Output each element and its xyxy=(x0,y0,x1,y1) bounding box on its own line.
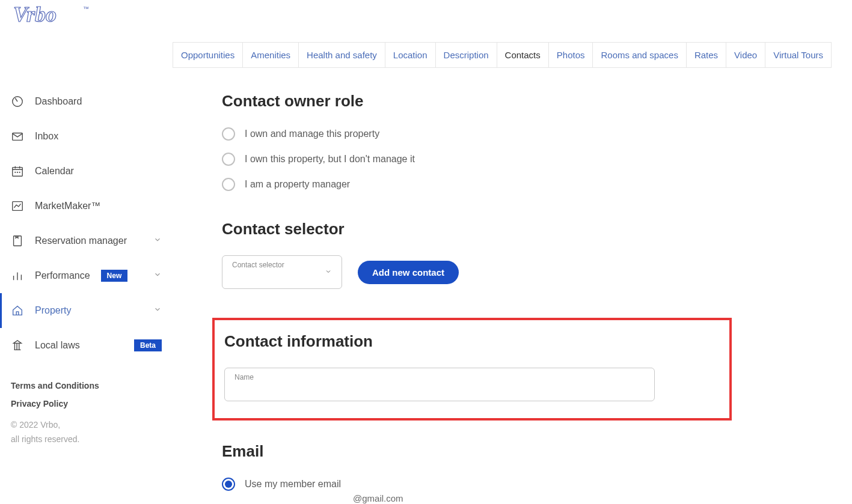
radio-icon xyxy=(222,127,235,141)
svg-point-7 xyxy=(19,172,20,172)
tabs: Opportunities Amenities Health and safet… xyxy=(173,0,852,68)
sidebar-item-label: Performance xyxy=(35,270,90,281)
inbox-icon xyxy=(11,130,24,143)
svg-text:™: ™ xyxy=(83,5,89,12)
contact-info-highlight: Contact information Name xyxy=(212,318,732,421)
svg-text:Vrbo: Vrbo xyxy=(13,2,57,26)
chevron-down-icon xyxy=(325,267,332,278)
email-section: Email Use my member email @gmail.com Go … xyxy=(222,442,714,504)
tab-virtualtours[interactable]: Virtual Tours xyxy=(765,42,832,68)
radio-icon xyxy=(222,153,235,166)
contact-selector-section: Contact selector Contact selector Add ne… xyxy=(222,220,714,289)
radio-property-manager[interactable]: I am a property manager xyxy=(222,178,714,191)
sidebar-footer: Terms and Conditions Privacy Policy © 20… xyxy=(0,363,173,458)
tab-location[interactable]: Location xyxy=(385,42,436,68)
tab-rooms[interactable]: Rooms and spaces xyxy=(592,42,686,68)
sidebar-item-locallaws[interactable]: Local laws Beta xyxy=(0,328,173,363)
sidebar: Vrbo ™ Dashboard Inbox Calend xyxy=(0,0,173,504)
chevron-down-icon xyxy=(153,235,162,246)
tab-description[interactable]: Description xyxy=(435,42,497,68)
contact-info-section: Contact information Name xyxy=(224,332,720,401)
svg-point-6 xyxy=(17,172,18,172)
copyright: © 2022 Vrbo, all rights reserved. xyxy=(11,418,162,447)
sidebar-item-label: Calendar xyxy=(35,166,74,177)
sidebar-item-performance[interactable]: Performance New xyxy=(0,258,173,293)
owner-role-title: Contact owner role xyxy=(222,92,714,111)
sidebar-item-property[interactable]: Property xyxy=(0,293,173,328)
sidebar-item-marketmaker[interactable]: MarketMaker™ xyxy=(0,189,173,223)
calendar-icon xyxy=(11,165,24,178)
sidebar-item-reservation[interactable]: Reservation manager xyxy=(0,223,173,258)
contact-selector-dropdown[interactable]: Contact selector xyxy=(222,255,342,289)
sidebar-item-label: MarketMaker™ xyxy=(35,201,100,211)
radio-label: Use my member email xyxy=(245,479,341,490)
radio-member-email[interactable]: Use my member email xyxy=(222,478,714,491)
tab-health[interactable]: Health and safety xyxy=(298,42,385,68)
beta-badge: Beta xyxy=(134,339,162,351)
email-suffix: @gmail.com xyxy=(245,493,714,503)
terms-link[interactable]: Terms and Conditions xyxy=(11,381,162,390)
sidebar-item-calendar[interactable]: Calendar xyxy=(0,154,173,189)
owner-role-section: Contact owner role I own and manage this… xyxy=(222,92,714,191)
radio-icon xyxy=(222,178,235,191)
tab-contacts[interactable]: Contacts xyxy=(497,42,549,68)
sidebar-item-label: Dashboard xyxy=(35,96,82,107)
sidebar-item-inbox[interactable]: Inbox xyxy=(0,119,173,154)
add-contact-button[interactable]: Add new contact xyxy=(358,261,459,284)
laws-icon xyxy=(11,339,24,352)
sidebar-item-label: Inbox xyxy=(35,131,58,142)
sidebar-item-label: Local laws xyxy=(35,340,80,351)
sidebar-item-label: Reservation manager xyxy=(35,235,127,246)
email-detail: @gmail.com Go to my account xyxy=(245,493,714,504)
chevron-down-icon xyxy=(153,270,162,281)
contact-selector-title: Contact selector xyxy=(222,220,714,238)
new-badge: New xyxy=(101,270,128,282)
chart-icon xyxy=(11,199,24,213)
sidebar-item-dashboard[interactable]: Dashboard xyxy=(0,84,173,119)
select-label: Contact selector xyxy=(232,261,284,269)
main-content: Opportunities Amenities Health and safet… xyxy=(173,0,852,504)
sidebar-nav: Dashboard Inbox Calendar MarketMaker™ xyxy=(0,42,173,363)
contact-info-title: Contact information xyxy=(224,332,720,351)
tab-opportunities[interactable]: Opportunities xyxy=(173,42,243,68)
radio-label: I am a property manager xyxy=(245,179,350,190)
sidebar-item-label: Property xyxy=(35,305,71,316)
radio-own-manage[interactable]: I own and manage this property xyxy=(222,127,714,141)
tab-amenities[interactable]: Amenities xyxy=(242,42,299,68)
tab-video[interactable]: Video xyxy=(726,42,765,68)
dashboard-icon xyxy=(11,95,24,108)
radio-label: I own this property, but I don't manage … xyxy=(245,154,415,165)
tab-photos[interactable]: Photos xyxy=(548,42,593,68)
email-title: Email xyxy=(222,442,714,461)
tab-rates[interactable]: Rates xyxy=(686,42,726,68)
privacy-link[interactable]: Privacy Policy xyxy=(11,399,162,408)
page-content: Contact owner role I own and manage this… xyxy=(173,68,714,504)
owner-role-radios: I own and manage this property I own thi… xyxy=(222,127,714,191)
bars-icon xyxy=(11,269,24,282)
reservation-icon xyxy=(11,234,24,247)
vrbo-logo[interactable]: Vrbo ™ xyxy=(0,0,173,42)
svg-point-5 xyxy=(15,172,16,172)
name-field-label: Name xyxy=(234,373,254,381)
radio-icon xyxy=(222,478,235,491)
chevron-down-icon xyxy=(153,305,162,316)
radio-label: I own and manage this property xyxy=(245,129,379,139)
name-field[interactable]: Name xyxy=(224,368,655,401)
radio-own-no-manage[interactable]: I own this property, but I don't manage … xyxy=(222,153,714,166)
home-icon xyxy=(11,304,24,317)
